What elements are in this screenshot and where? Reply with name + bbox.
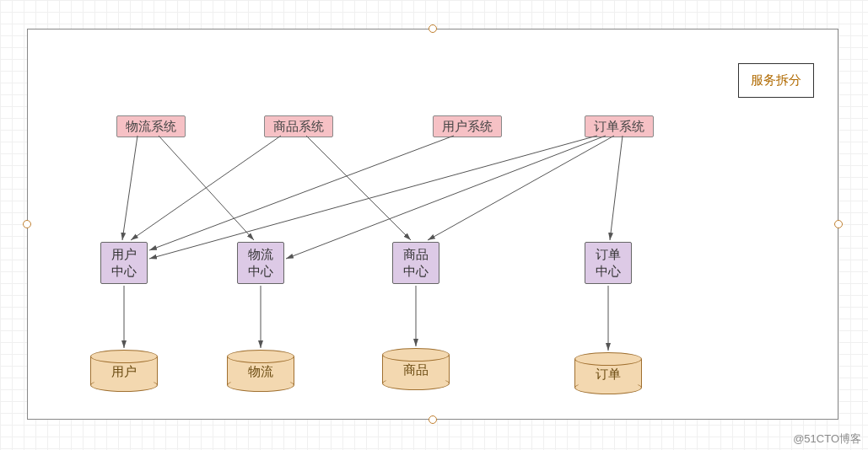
diagram-canvas[interactable]: 服务拆分 物流系统 商品系统 用户系统 订单系统 用户 中心 物流 中心 商品 …: [27, 29, 838, 420]
edge-logistics-to-logistics: [159, 136, 254, 240]
edge-order-to-logistics: [286, 136, 606, 259]
center-product[interactable]: 商品 中心: [392, 242, 439, 284]
db-product[interactable]: 商品: [382, 348, 450, 390]
center-user-line2: 中心: [111, 264, 137, 278]
db-user-top: [90, 350, 158, 363]
center-product-line1: 商品: [403, 247, 429, 261]
resize-handle-bottom[interactable]: [429, 415, 437, 424]
system-logistics-label: 物流系统: [126, 119, 176, 133]
system-product[interactable]: 商品系统: [264, 115, 333, 137]
db-logistics-top: [227, 350, 294, 363]
diagram-title-box[interactable]: 服务拆分: [738, 63, 814, 98]
center-logistics-line2: 中心: [248, 264, 273, 278]
db-logistics[interactable]: 物流: [227, 350, 294, 392]
edge-product-to-product: [306, 136, 411, 240]
db-product-top: [382, 348, 450, 362]
system-product-label: 商品系统: [273, 119, 324, 133]
db-user-label: 用户: [90, 364, 158, 380]
system-logistics[interactable]: 物流系统: [116, 115, 186, 137]
watermark: @51CTO博客: [793, 431, 861, 447]
resize-handle-right[interactable]: [834, 220, 843, 228]
system-order[interactable]: 订单系统: [585, 115, 654, 137]
center-order[interactable]: 订单 中心: [585, 242, 632, 284]
edge-user-to-user: [149, 136, 454, 250]
center-order-line2: 中心: [596, 264, 621, 278]
center-product-line2: 中心: [403, 264, 429, 278]
center-order-line1: 订单: [596, 247, 621, 261]
db-product-label: 商品: [382, 362, 450, 378]
db-order-top: [574, 352, 642, 366]
system-user-label: 用户系统: [442, 119, 493, 133]
db-user[interactable]: 用户: [90, 350, 158, 392]
db-order-label: 订单: [574, 367, 642, 383]
system-user[interactable]: 用户系统: [433, 115, 502, 137]
system-order-label: 订单系统: [594, 119, 644, 133]
edge-order-to-product: [428, 136, 614, 240]
edge-product-to-user: [131, 136, 281, 240]
center-user-line1: 用户: [111, 247, 137, 261]
db-order[interactable]: 订单: [574, 352, 642, 394]
watermark-text: @51CTO博客: [793, 432, 861, 445]
diagram-title-text: 服务拆分: [751, 72, 801, 87]
center-logistics-line1: 物流: [248, 247, 273, 261]
resize-handle-top[interactable]: [429, 24, 437, 33]
edge-order-to-order: [610, 136, 623, 240]
db-logistics-label: 物流: [227, 364, 294, 380]
resize-handle-left[interactable]: [23, 220, 31, 228]
center-logistics[interactable]: 物流 中心: [237, 242, 284, 284]
edge-order-to-user: [149, 136, 597, 259]
center-user[interactable]: 用户 中心: [100, 242, 148, 284]
edge-logistics-to-user: [122, 136, 137, 240]
